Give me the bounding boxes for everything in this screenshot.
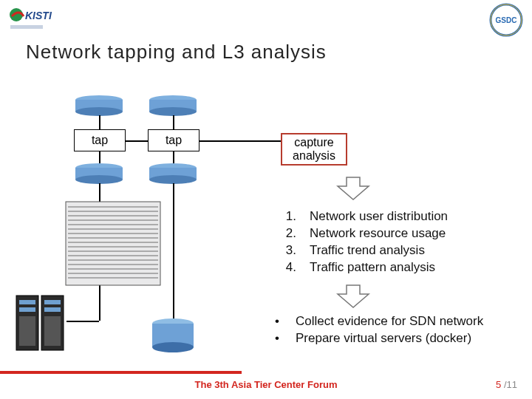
svg-text:KISTI: KISTI — [25, 10, 52, 21]
network-device-icon — [148, 163, 198, 185]
footer-accent-bar — [0, 371, 242, 374]
network-diagram: tap tap capture analysis — [44, 89, 281, 362]
svg-rect-41 — [44, 307, 61, 312]
capture-analysis-box: capture analysis — [281, 133, 347, 166]
page-title: Network tapping and L3 analysis — [26, 41, 327, 64]
storage-rack-icon — [65, 201, 161, 289]
tap-box-2: tap — [148, 129, 200, 151]
page-number: 5 /11 — [496, 379, 517, 390]
tap-label: tap — [166, 134, 182, 147]
svg-point-46 — [152, 342, 194, 352]
arrow-down-icon — [336, 284, 370, 312]
server-towers-icon — [15, 294, 66, 355]
list-item: 4.Traffic pattern analysis — [284, 259, 448, 276]
list-item: 2.Network resource usage — [284, 225, 448, 242]
network-device-icon — [148, 95, 198, 117]
arrow-down-icon — [336, 176, 370, 204]
list-item: 3.Traffic trend analysis — [284, 242, 448, 259]
svg-text:GSDC: GSDC — [496, 16, 517, 24]
next-steps-list: •Collect evidence for SDN network •Prepa… — [273, 313, 483, 347]
kisti-logo: KISTI — [7, 6, 66, 34]
svg-point-0 — [10, 8, 23, 21]
svg-rect-39 — [19, 307, 35, 312]
gsdc-logo: GSDC — [489, 3, 523, 40]
capture-analysis-label: capture analysis — [293, 136, 335, 162]
tap-box-1: tap — [74, 129, 126, 151]
network-device-icon — [74, 163, 124, 185]
tap-label: tap — [92, 134, 108, 147]
list-item: 1.Network user distribution — [284, 208, 448, 225]
svg-rect-40 — [44, 300, 61, 304]
svg-rect-18 — [66, 202, 160, 285]
svg-rect-2 — [10, 25, 43, 29]
svg-rect-38 — [19, 300, 35, 304]
svg-rect-43 — [44, 316, 61, 346]
list-item: •Prepare virtual servers (docker) — [273, 330, 483, 347]
database-icon — [151, 318, 195, 353]
svg-rect-42 — [19, 316, 35, 346]
list-item: •Collect evidence for SDN network — [273, 313, 483, 330]
footer-title: The 3th Asia Tier Center Forum — [0, 379, 532, 390]
analysis-list: 1.Network user distribution 2.Network re… — [284, 208, 448, 276]
network-device-icon — [74, 95, 124, 117]
